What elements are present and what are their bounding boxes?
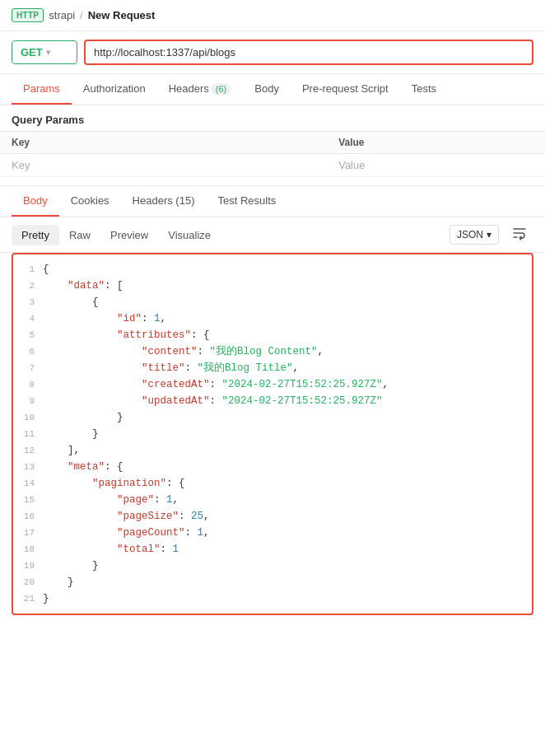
json-code: ],: [43, 442, 80, 459]
json-output: 1{2 "data": [3 {4 "id": 1,5 "attributes"…: [12, 253, 533, 615]
line-number: 16: [20, 510, 43, 525]
view-btn-raw[interactable]: Raw: [59, 225, 100, 245]
response-tabs: BodyCookiesHeaders (15)Test Results: [0, 185, 545, 217]
view-btn-preview[interactable]: Preview: [100, 225, 158, 245]
line-number: 14: [20, 477, 43, 492]
json-line: 1{: [13, 261, 532, 278]
json-line: 11 }: [13, 426, 532, 442]
line-number: 19: [20, 559, 43, 574]
params-empty-row: Key Value: [0, 154, 545, 177]
line-number: 4: [20, 312, 43, 327]
json-line: 12 ],: [13, 442, 532, 459]
line-number: 5: [20, 329, 43, 343]
line-number: 17: [20, 526, 43, 541]
json-code: {: [43, 261, 49, 278]
json-line: 13 "meta": {: [13, 459, 532, 475]
json-line: 19 }: [13, 558, 532, 574]
json-line: 15 "page": 1,: [13, 492, 532, 508]
line-number: 6: [20, 345, 43, 360]
view-btn-visualize[interactable]: Visualize: [158, 225, 221, 245]
json-line: 17 "pageCount": 1,: [13, 525, 532, 541]
view-toolbar: PrettyRawPreviewVisualizeJSON▾: [0, 217, 545, 253]
request-tab-params[interactable]: Params: [12, 74, 72, 105]
json-code: "createdAt": "2024-02-27T15:52:25.927Z",: [43, 376, 389, 393]
line-number: 8: [20, 378, 43, 393]
json-line: 3 {: [13, 294, 532, 310]
request-tab-authorization[interactable]: Authorization: [72, 74, 157, 105]
line-number: 20: [20, 576, 43, 590]
json-line: 7 "title": "我的Blog Title",: [13, 360, 532, 376]
line-number: 2: [20, 279, 43, 294]
tab-badge: (6): [211, 83, 231, 95]
method-label: GET: [21, 46, 43, 58]
line-number: 9: [20, 394, 43, 409]
json-code: "page": 1,: [43, 492, 179, 508]
request-tab-tests[interactable]: Tests: [400, 74, 448, 105]
line-number: 7: [20, 362, 43, 376]
line-number: 13: [20, 460, 43, 475]
line-number: 11: [20, 427, 43, 442]
wrap-button[interactable]: [505, 222, 533, 247]
line-number: 15: [20, 493, 43, 508]
json-line: 20 }: [13, 574, 532, 590]
format-chevron-icon: ▾: [487, 229, 491, 240]
json-code: "pageCount": 1,: [43, 525, 210, 541]
line-number: 18: [20, 543, 43, 558]
json-code: {: [43, 294, 99, 310]
json-code: }: [43, 426, 99, 442]
request-tab-body[interactable]: Body: [243, 74, 291, 105]
format-select[interactable]: JSON▾: [450, 225, 499, 245]
json-line: 9 "updatedAt": "2024-02-27T15:52:25.927Z…: [13, 393, 532, 409]
json-code: "meta": {: [43, 459, 123, 475]
json-line: 4 "id": 1,: [13, 310, 532, 327]
json-code: }: [43, 409, 123, 426]
line-number: 1: [20, 263, 43, 278]
key-column-header: Key: [0, 132, 327, 154]
key-placeholder[interactable]: Key: [0, 154, 327, 177]
json-code: "data": [: [43, 278, 123, 294]
json-line: 16 "pageSize": 25,: [13, 508, 532, 525]
value-column-header: Value: [327, 132, 545, 154]
line-number: 21: [20, 592, 43, 607]
http-badge: HTTP: [12, 8, 44, 22]
json-line: 21}: [13, 590, 532, 607]
line-number: 3: [20, 296, 43, 310]
json-line: 5 "attributes": {: [13, 327, 532, 343]
json-code: "pageSize": 25,: [43, 508, 210, 525]
method-select[interactable]: GET ▾: [12, 40, 77, 64]
json-code: }: [43, 574, 74, 590]
json-code: "pagination": {: [43, 475, 185, 492]
json-code: "content": "我的Blog Content",: [43, 343, 324, 360]
json-line: 14 "pagination": {: [13, 475, 532, 492]
json-code: "attributes": {: [43, 327, 210, 343]
json-line: 2 "data": [: [13, 278, 532, 294]
url-input[interactable]: http://localhost:1337/api/blogs: [84, 40, 533, 65]
response-tab-test-results[interactable]: Test Results: [206, 186, 287, 217]
url-bar: GET ▾ http://localhost:1337/api/blogs: [0, 31, 545, 74]
json-code: "updatedAt": "2024-02-27T15:52:25.927Z": [43, 393, 383, 409]
json-code: "total": 1: [43, 541, 179, 558]
format-label: JSON: [457, 229, 483, 240]
json-line: 8 "createdAt": "2024-02-27T15:52:25.927Z…: [13, 376, 532, 393]
breadcrumb-app: strapi: [49, 9, 75, 21]
query-params-table: Key Value Key Value: [0, 131, 545, 177]
breadcrumb-title: New Request: [88, 9, 156, 21]
breadcrumb-sep: /: [80, 9, 83, 21]
top-bar: HTTP strapi / New Request: [0, 0, 545, 31]
request-tabs: ParamsAuthorizationHeaders(6)BodyPre-req…: [0, 74, 545, 105]
json-line: 18 "total": 1: [13, 541, 532, 558]
method-chevron-icon: ▾: [46, 48, 50, 57]
value-placeholder[interactable]: Value: [327, 154, 545, 177]
view-btn-pretty[interactable]: Pretty: [12, 225, 59, 245]
json-code: "id": 1,: [43, 310, 166, 327]
json-line: 6 "content": "我的Blog Content",: [13, 343, 532, 360]
response-tab-cookies[interactable]: Cookies: [59, 186, 121, 217]
request-tab-pre-request-script[interactable]: Pre-request Script: [291, 74, 400, 105]
request-tab-headers[interactable]: Headers(6): [157, 74, 244, 105]
json-code: }: [43, 590, 49, 607]
line-number: 12: [20, 444, 43, 459]
response-tab-headers[interactable]: Headers (15): [121, 186, 207, 217]
query-params-title: Query Params: [0, 105, 545, 131]
json-line: 10 }: [13, 409, 532, 426]
response-tab-body[interactable]: Body: [12, 186, 59, 217]
